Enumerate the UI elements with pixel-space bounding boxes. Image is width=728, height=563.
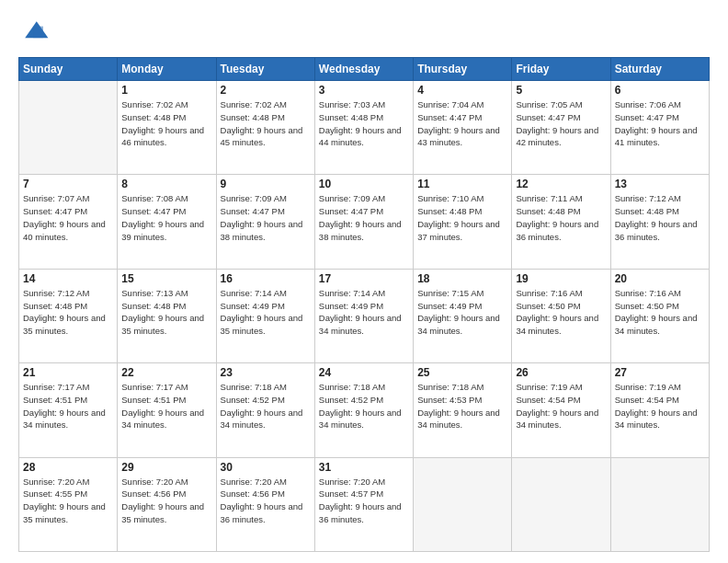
calendar-week-1: 1Sunrise: 7:02 AMSunset: 4:48 PMDaylight… bbox=[19, 81, 710, 175]
calendar-cell: 9Sunrise: 7:09 AMSunset: 4:47 PMDaylight… bbox=[216, 175, 314, 269]
day-number: 31 bbox=[319, 461, 409, 474]
sunrise-label: Sunrise: 7:19 AM bbox=[615, 382, 681, 392]
sunset-label: Sunset: 4:47 PM bbox=[516, 112, 580, 122]
daylight-label: Daylight: 9 hours and 36 minutes. bbox=[319, 501, 402, 524]
day-info: Sunrise: 7:02 AMSunset: 4:48 PMDaylight:… bbox=[221, 98, 311, 149]
sunrise-label: Sunrise: 7:10 AM bbox=[417, 193, 483, 203]
sunrise-label: Sunrise: 7:13 AM bbox=[121, 288, 188, 298]
sunrise-label: Sunrise: 7:20 AM bbox=[221, 477, 287, 487]
calendar-cell: 30Sunrise: 7:20 AMSunset: 4:56 PMDayligh… bbox=[216, 457, 314, 551]
calendar-cell: 4Sunrise: 7:04 AMSunset: 4:47 PMDaylight… bbox=[414, 81, 512, 175]
daylight-label: Daylight: 9 hours and 34 minutes. bbox=[516, 313, 598, 336]
day-info: Sunrise: 7:13 AMSunset: 4:48 PMDaylight:… bbox=[121, 287, 211, 338]
daylight-label: Daylight: 9 hours and 35 minutes. bbox=[221, 313, 303, 336]
calendar-cell bbox=[414, 457, 512, 551]
day-number: 25 bbox=[417, 366, 507, 379]
sunset-label: Sunset: 4:47 PM bbox=[121, 206, 186, 216]
calendar-cell: 3Sunrise: 7:03 AMSunset: 4:48 PMDaylight… bbox=[314, 81, 413, 175]
daylight-label: Daylight: 9 hours and 45 minutes. bbox=[221, 125, 303, 148]
daylight-label: Daylight: 9 hours and 46 minutes. bbox=[121, 125, 204, 148]
sunrise-label: Sunrise: 7:02 AM bbox=[121, 99, 188, 109]
day-number: 27 bbox=[615, 366, 705, 379]
sunrise-label: Sunrise: 7:12 AM bbox=[615, 193, 681, 203]
sunrise-label: Sunrise: 7:20 AM bbox=[319, 477, 385, 487]
day-number: 12 bbox=[516, 178, 606, 190]
calendar-cell: 20Sunrise: 7:16 AMSunset: 4:50 PMDayligh… bbox=[610, 269, 709, 362]
daylight-label: Daylight: 9 hours and 43 minutes. bbox=[417, 125, 500, 148]
sunset-label: Sunset: 4:48 PM bbox=[23, 301, 87, 311]
daylight-label: Daylight: 9 hours and 41 minutes. bbox=[615, 125, 698, 148]
sunset-label: Sunset: 4:47 PM bbox=[221, 206, 285, 216]
sunset-label: Sunset: 4:56 PM bbox=[221, 488, 285, 499]
header bbox=[18, 15, 710, 48]
calendar-header-tuesday: Tuesday bbox=[216, 58, 314, 81]
sunset-label: Sunset: 4:48 PM bbox=[121, 301, 186, 311]
day-number: 7 bbox=[23, 178, 113, 190]
sunset-label: Sunset: 4:49 PM bbox=[417, 301, 482, 311]
sunset-label: Sunset: 4:49 PM bbox=[319, 301, 383, 311]
daylight-label: Daylight: 9 hours and 38 minutes. bbox=[319, 219, 402, 242]
day-number: 2 bbox=[221, 84, 311, 97]
day-number: 29 bbox=[121, 461, 211, 474]
day-info: Sunrise: 7:12 AMSunset: 4:48 PMDaylight:… bbox=[615, 192, 705, 243]
calendar-cell: 18Sunrise: 7:15 AMSunset: 4:49 PMDayligh… bbox=[414, 269, 512, 362]
calendar-cell: 27Sunrise: 7:19 AMSunset: 4:54 PMDayligh… bbox=[610, 363, 709, 457]
daylight-label: Daylight: 9 hours and 34 minutes. bbox=[417, 313, 500, 336]
calendar-cell: 22Sunrise: 7:17 AMSunset: 4:51 PMDayligh… bbox=[118, 363, 216, 457]
sunrise-label: Sunrise: 7:17 AM bbox=[23, 382, 89, 392]
sunrise-label: Sunrise: 7:09 AM bbox=[319, 193, 385, 203]
sunrise-label: Sunrise: 7:11 AM bbox=[516, 193, 582, 203]
svg-marker-1 bbox=[33, 27, 43, 39]
day-info: Sunrise: 7:16 AMSunset: 4:50 PMDaylight:… bbox=[615, 287, 705, 338]
sunset-label: Sunset: 4:51 PM bbox=[121, 395, 186, 405]
day-info: Sunrise: 7:14 AMSunset: 4:49 PMDaylight:… bbox=[221, 287, 311, 338]
day-info: Sunrise: 7:04 AMSunset: 4:47 PMDaylight:… bbox=[417, 98, 507, 149]
calendar-header-sunday: Sunday bbox=[19, 58, 118, 81]
sunset-label: Sunset: 4:56 PM bbox=[121, 488, 186, 499]
daylight-label: Daylight: 9 hours and 37 minutes. bbox=[417, 219, 500, 242]
calendar-cell: 2Sunrise: 7:02 AMSunset: 4:48 PMDaylight… bbox=[216, 81, 314, 175]
day-number: 16 bbox=[221, 272, 311, 285]
daylight-label: Daylight: 9 hours and 34 minutes. bbox=[319, 408, 402, 431]
sunset-label: Sunset: 4:52 PM bbox=[319, 395, 383, 405]
day-number: 15 bbox=[121, 272, 211, 285]
daylight-label: Daylight: 9 hours and 34 minutes. bbox=[221, 408, 303, 431]
day-info: Sunrise: 7:09 AMSunset: 4:47 PMDaylight:… bbox=[221, 192, 311, 243]
sunrise-label: Sunrise: 7:15 AM bbox=[417, 288, 483, 298]
day-number: 20 bbox=[615, 272, 705, 285]
day-info: Sunrise: 7:09 AMSunset: 4:47 PMDaylight:… bbox=[319, 192, 409, 243]
day-number: 3 bbox=[319, 84, 409, 97]
sunrise-label: Sunrise: 7:06 AM bbox=[615, 99, 681, 109]
sunset-label: Sunset: 4:51 PM bbox=[23, 395, 87, 405]
calendar-cell: 7Sunrise: 7:07 AMSunset: 4:47 PMDaylight… bbox=[19, 175, 118, 269]
sunrise-label: Sunrise: 7:20 AM bbox=[121, 477, 188, 487]
sunset-label: Sunset: 4:47 PM bbox=[417, 112, 482, 122]
day-number: 6 bbox=[615, 84, 705, 97]
day-number: 18 bbox=[417, 272, 507, 285]
sunset-label: Sunset: 4:47 PM bbox=[615, 112, 679, 122]
calendar-cell: 24Sunrise: 7:18 AMSunset: 4:52 PMDayligh… bbox=[314, 363, 413, 457]
sunrise-label: Sunrise: 7:12 AM bbox=[23, 288, 89, 298]
sunrise-label: Sunrise: 7:18 AM bbox=[221, 382, 287, 392]
calendar-header-saturday: Saturday bbox=[610, 58, 709, 81]
sunrise-label: Sunrise: 7:18 AM bbox=[417, 382, 483, 392]
sunrise-label: Sunrise: 7:20 AM bbox=[23, 477, 89, 487]
sunrise-label: Sunrise: 7:18 AM bbox=[319, 382, 385, 392]
day-number: 8 bbox=[121, 178, 211, 190]
day-info: Sunrise: 7:07 AMSunset: 4:47 PMDaylight:… bbox=[23, 192, 113, 243]
calendar-cell: 5Sunrise: 7:05 AMSunset: 4:47 PMDaylight… bbox=[512, 81, 610, 175]
daylight-label: Daylight: 9 hours and 35 minutes. bbox=[121, 501, 204, 524]
logo bbox=[18, 15, 55, 48]
sunset-label: Sunset: 4:48 PM bbox=[615, 206, 679, 216]
calendar-week-4: 21Sunrise: 7:17 AMSunset: 4:51 PMDayligh… bbox=[19, 363, 710, 457]
daylight-label: Daylight: 9 hours and 42 minutes. bbox=[516, 125, 598, 148]
sunset-label: Sunset: 4:48 PM bbox=[221, 112, 285, 122]
day-info: Sunrise: 7:19 AMSunset: 4:54 PMDaylight:… bbox=[516, 381, 606, 431]
calendar-cell: 28Sunrise: 7:20 AMSunset: 4:55 PMDayligh… bbox=[19, 457, 118, 551]
calendar-cell: 14Sunrise: 7:12 AMSunset: 4:48 PMDayligh… bbox=[19, 269, 118, 362]
sunset-label: Sunset: 4:52 PM bbox=[221, 395, 285, 405]
sunrise-label: Sunrise: 7:04 AM bbox=[417, 99, 483, 109]
sunset-label: Sunset: 4:57 PM bbox=[319, 488, 383, 499]
day-info: Sunrise: 7:03 AMSunset: 4:48 PMDaylight:… bbox=[319, 98, 409, 149]
day-info: Sunrise: 7:20 AMSunset: 4:56 PMDaylight:… bbox=[121, 476, 211, 526]
